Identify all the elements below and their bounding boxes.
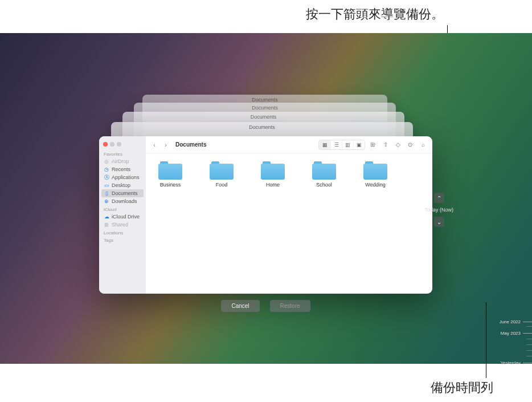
folder-label: Home bbox=[266, 182, 280, 188]
timeline-label: Yesterday bbox=[501, 360, 521, 364]
grid-icon: ▦ bbox=[322, 142, 328, 148]
shared-icon: ⊞ bbox=[104, 222, 109, 228]
window-title: Documents bbox=[175, 141, 206, 148]
timeline-tick[interactable] bbox=[523, 322, 532, 322]
timeline-tick[interactable] bbox=[523, 333, 532, 334]
cancel-button[interactable]: Cancel bbox=[221, 300, 259, 312]
column-view-button[interactable]: ▥ bbox=[342, 140, 353, 149]
icon-view-button[interactable]: ▦ bbox=[319, 140, 330, 149]
list-view-button[interactable]: ☰ bbox=[330, 140, 342, 149]
group-icon: ⊞ bbox=[370, 141, 375, 148]
sidebar-section-icloud: iCloud bbox=[99, 205, 146, 213]
folder-label: Wedding bbox=[365, 182, 385, 188]
timeline-tick[interactable] bbox=[526, 326, 532, 327]
tag-icon: ◇ bbox=[396, 141, 400, 148]
folder-label: Business bbox=[160, 182, 181, 188]
sidebar-item-recents[interactable]: ◷Recents bbox=[99, 165, 146, 173]
folder-icon bbox=[210, 161, 234, 180]
minimize-button[interactable] bbox=[110, 142, 114, 147]
sidebar-item-applications[interactable]: ⒶApplications bbox=[99, 173, 146, 181]
finder-window: Favorites ◎AirDrop ◷Recents ⒶApplication… bbox=[99, 136, 432, 294]
folder-icon bbox=[363, 161, 387, 180]
search-button[interactable]: ⌕ bbox=[419, 140, 428, 149]
sidebar-item-documents[interactable]: ▯Documents bbox=[101, 189, 144, 197]
chevron-up-icon: ⌃ bbox=[437, 195, 441, 201]
back-button[interactable]: ‹ bbox=[150, 141, 158, 149]
next-backup-button[interactable]: ⌄ bbox=[434, 217, 444, 227]
view-mode-group: ▦ ☰ ▥ ▣ bbox=[318, 140, 365, 150]
apps-icon: Ⓐ bbox=[104, 174, 109, 180]
sidebar-section-favorites: Favorites bbox=[99, 150, 146, 157]
window-controls bbox=[99, 140, 146, 150]
sidebar-section-locations: Locations bbox=[99, 229, 146, 236]
sidebar-item-shared[interactable]: ⊞Shared bbox=[99, 221, 146, 229]
sidebar-section-tags: Tags bbox=[99, 236, 146, 243]
folder-label: Food bbox=[216, 182, 228, 188]
folder-icon bbox=[261, 161, 285, 180]
airdrop-icon: ◎ bbox=[104, 159, 109, 164]
sidebar-item-downloads[interactable]: ⊕Downloads bbox=[99, 197, 146, 205]
search-icon: ⌕ bbox=[421, 141, 425, 148]
timeline-tick[interactable] bbox=[526, 356, 532, 356]
folder-item[interactable]: Business bbox=[153, 161, 188, 188]
forward-button[interactable]: › bbox=[162, 141, 170, 149]
close-button[interactable] bbox=[103, 142, 108, 147]
timeline-tick[interactable] bbox=[526, 344, 532, 345]
chevron-down-icon: ⌄ bbox=[437, 219, 441, 225]
finder-sidebar: Favorites ◎AirDrop ◷Recents ⒶApplication… bbox=[99, 136, 146, 294]
timeline-tick[interactable] bbox=[526, 339, 532, 339]
sidebar-item-icloud-drive[interactable]: ☁iCloud Drive bbox=[99, 213, 146, 221]
backup-timeline[interactable]: June 2022 May 2023 Yesterday Now bbox=[516, 66, 532, 364]
desktop-icon: ▭ bbox=[104, 182, 109, 188]
share-icon: ⇧ bbox=[383, 141, 388, 148]
folder-icon bbox=[312, 161, 336, 180]
timeline-label: June 2022 bbox=[500, 319, 521, 324]
ellipsis-icon: ⊙ bbox=[408, 141, 412, 148]
clock-icon: ◷ bbox=[104, 167, 109, 172]
timeline-label: May 2023 bbox=[501, 331, 521, 336]
time-machine-desktop: Documents Documents Documents Documents … bbox=[0, 33, 532, 364]
action-bar: Cancel Restore bbox=[99, 300, 432, 312]
action-button[interactable]: ⊙ˇ bbox=[406, 140, 415, 149]
previous-backup-button[interactable]: ⌃ bbox=[434, 193, 444, 203]
gallery-icon: ▣ bbox=[357, 142, 362, 148]
folder-label: School bbox=[316, 182, 332, 188]
folder-item[interactable]: Home bbox=[255, 161, 290, 188]
finder-toolbar: ‹ › Documents ▦ ☰ ▥ ▣ ⊞ˇ ⇧ ◇ ⊙ˇ ⌕ bbox=[146, 136, 432, 153]
finder-main: ‹ › Documents ▦ ☰ ▥ ▣ ⊞ˇ ⇧ ◇ ⊙ˇ ⌕ Busine… bbox=[146, 136, 432, 294]
folder-content[interactable]: Business Food Home School Wedding bbox=[146, 153, 432, 294]
chevron-down-icon: ˇ bbox=[375, 143, 376, 147]
annotation-timeline-line bbox=[486, 302, 486, 378]
group-by-button[interactable]: ⊞ˇ bbox=[369, 140, 378, 149]
folder-item[interactable]: Food bbox=[204, 161, 239, 188]
chevron-down-icon: ˇ bbox=[412, 143, 414, 147]
current-backup-label: Today (Now) bbox=[424, 205, 453, 215]
list-icon: ☰ bbox=[334, 142, 339, 148]
download-icon: ⊕ bbox=[104, 198, 109, 204]
folder-icon bbox=[158, 161, 182, 180]
backup-navigation: ⌃ Today (Now) ⌄ bbox=[424, 193, 453, 227]
share-button[interactable]: ⇧ bbox=[381, 140, 390, 149]
cloud-icon: ☁ bbox=[104, 214, 109, 220]
document-icon: ▯ bbox=[104, 190, 109, 196]
columns-icon: ▥ bbox=[345, 142, 350, 148]
zoom-button[interactable] bbox=[117, 142, 121, 147]
folder-item[interactable]: Wedding bbox=[358, 161, 393, 188]
tag-button[interactable]: ◇ bbox=[394, 140, 403, 149]
folder-item[interactable]: School bbox=[306, 161, 342, 188]
timeline-tick[interactable] bbox=[526, 350, 532, 351]
annotation-timeline-text: 備份時間列 bbox=[431, 379, 493, 396]
timeline-tick[interactable] bbox=[523, 363, 532, 363]
gallery-view-button[interactable]: ▣ bbox=[353, 140, 365, 149]
sidebar-item-airdrop[interactable]: ◎AirDrop bbox=[99, 157, 146, 165]
sidebar-item-desktop[interactable]: ▭Desktop bbox=[99, 181, 146, 189]
restore-button[interactable]: Restore bbox=[270, 300, 310, 312]
annotation-arrows-text: 按一下箭頭來導覽備份。 bbox=[306, 6, 444, 23]
